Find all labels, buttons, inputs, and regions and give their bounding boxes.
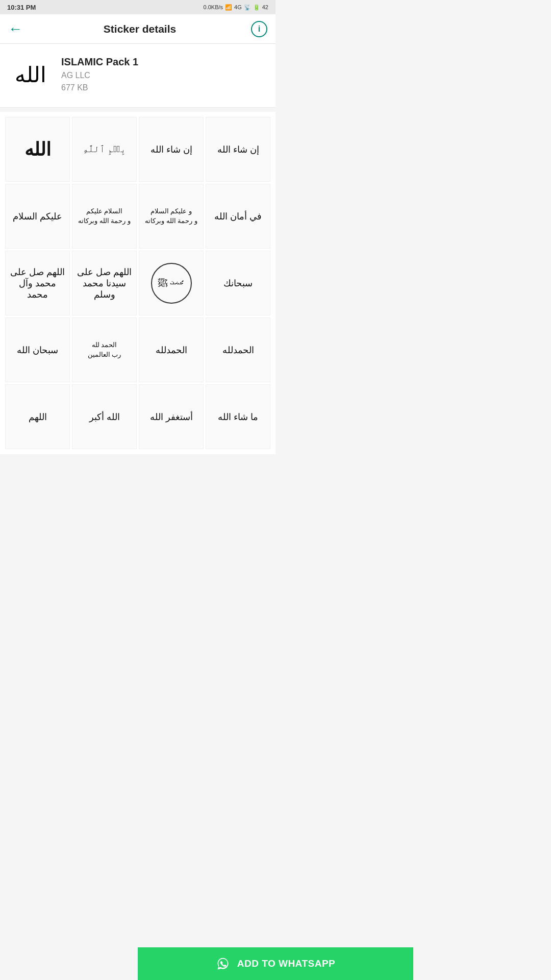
wifi-icon: 📡 xyxy=(244,4,251,11)
battery-level: 🔋 xyxy=(253,4,260,11)
sticker-cell[interactable]: أستغفر الله xyxy=(139,384,204,449)
header: ← Sticker details i xyxy=(0,14,276,44)
sticker-cell[interactable]: و عليكم السلام و رحمة الله وبركاته xyxy=(139,184,204,249)
sticker-cell[interactable]: في أمان الله xyxy=(206,184,270,249)
sticker-cell[interactable]: السلام عليكم و رحمة الله وبركاته xyxy=(72,184,137,249)
battery-value: 42 xyxy=(262,4,268,10)
sticker-cell[interactable]: الحمدلله xyxy=(206,317,270,382)
pack-size: 677 KB xyxy=(61,83,138,92)
page-title: Sticker details xyxy=(29,23,251,35)
pack-thumbnail: الله xyxy=(10,54,51,95)
sticker-cell[interactable]: الله xyxy=(5,117,70,182)
sticker-grid: اللهبِسۡمِ ٱللَّهِإن شاء اللهإن شاء الله… xyxy=(0,112,276,454)
sticker-cell[interactable]: اللهم صل على سيدنا محمد وسلم xyxy=(72,251,137,315)
sticker-cell[interactable]: إن شاء الله xyxy=(206,117,270,182)
sticker-cell[interactable]: بِسۡمِ ٱللَّهِ xyxy=(72,117,137,182)
pack-thumbnail-text: الله xyxy=(15,62,46,87)
pack-author: AG LLC xyxy=(61,71,138,80)
sticker-cell[interactable]: الله أكبر xyxy=(72,384,137,449)
sticker-cell[interactable]: إن شاء الله xyxy=(139,117,204,182)
sticker-cell[interactable]: الحمدلله xyxy=(139,317,204,382)
sticker-cell[interactable]: اللهم صل على محمد وآل محمد xyxy=(5,251,70,315)
network-speed: 0.0KB/s xyxy=(204,4,223,10)
sticker-cell[interactable]: سبحان الله xyxy=(5,317,70,382)
circle-sticker: محمد ﷺ xyxy=(151,263,192,304)
status-bar: 10:31 PM 0.0KB/s 📶 4G 📡 🔋 42 xyxy=(0,0,276,14)
pack-name: ISLAMIC Pack 1 xyxy=(61,56,138,68)
signal-icon: 📶 xyxy=(225,4,232,11)
sticker-cell[interactable]: الحمد لله رب العالمين xyxy=(72,317,137,382)
pack-info: الله ISLAMIC Pack 1 AG LLC 677 KB xyxy=(0,44,276,108)
network-type: 4G xyxy=(234,4,242,10)
sticker-cell[interactable]: اللهم xyxy=(5,384,70,449)
info-button[interactable]: i xyxy=(251,21,267,37)
sticker-cell[interactable]: سبحانك xyxy=(206,251,270,315)
status-time: 10:31 PM xyxy=(7,4,36,11)
pack-meta: ISLAMIC Pack 1 AG LLC 677 KB xyxy=(61,54,138,92)
sticker-cell[interactable]: محمد ﷺ xyxy=(139,251,204,315)
sticker-cell[interactable]: عليكم السلام xyxy=(5,184,70,249)
back-button[interactable]: ← xyxy=(8,22,22,36)
status-right: 0.0KB/s 📶 4G 📡 🔋 42 xyxy=(204,4,268,11)
sticker-cell[interactable]: ما شاء الله xyxy=(206,384,270,449)
